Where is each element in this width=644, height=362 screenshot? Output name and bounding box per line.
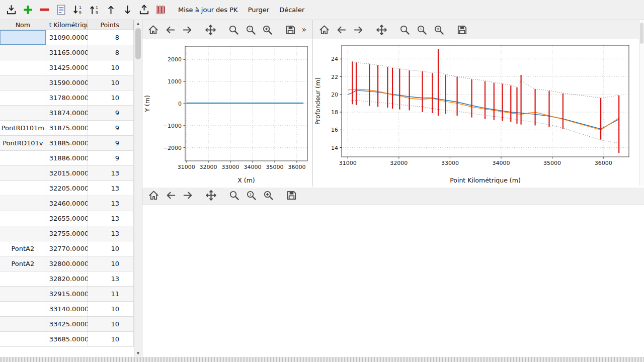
zoom-rect-button[interactable] (433, 23, 445, 37)
cell-points[interactable]: 13 (88, 196, 134, 211)
cell-points[interactable]: 13 (88, 226, 134, 241)
cell-nom[interactable]: PontA2 (0, 241, 46, 256)
column-header[interactable]: t Kilométrique (46, 20, 89, 30)
pan-button[interactable] (205, 23, 217, 37)
cell-nom[interactable] (0, 211, 46, 226)
cell-pk[interactable]: 32205.0000 (46, 181, 89, 196)
cell-points[interactable]: 11 (88, 287, 134, 302)
cell-pk[interactable]: 33685.0000 (46, 332, 89, 347)
cell-nom[interactable] (0, 226, 46, 241)
save-button[interactable] (285, 23, 297, 37)
table-row[interactable]: 32205.000013 (0, 181, 134, 196)
cell-pk[interactable]: 31425.0000 (46, 60, 89, 75)
table-row[interactable]: 31590.000010 (0, 75, 134, 90)
cell-nom[interactable] (0, 90, 46, 106)
cell-pk[interactable]: 31780.0000 (46, 90, 89, 106)
table-row[interactable]: 31425.000010 (0, 60, 134, 75)
cell-nom[interactable] (0, 106, 46, 121)
table-row[interactable]: 32755.000013 (0, 226, 134, 241)
scroll-up-button[interactable]: ▲ (134, 20, 142, 27)
cell-points[interactable]: 8 (88, 30, 134, 45)
table-row[interactable]: 32820.000013 (0, 272, 134, 287)
pan-button[interactable] (205, 189, 217, 203)
cell-points[interactable]: 9 (88, 151, 134, 166)
profiles-button[interactable] (152, 2, 169, 18)
scrollbar-track[interactable] (134, 27, 142, 350)
sort-descending-button[interactable]: 19 (69, 2, 86, 18)
scroll-down-button[interactable]: ▼ (134, 350, 142, 357)
cell-pk[interactable]: 31886.0000 (46, 151, 89, 166)
zoom-one-button[interactable]: 1 (245, 189, 257, 203)
zoom-one-button[interactable]: 1 (245, 23, 257, 37)
cell-nom[interactable] (0, 30, 46, 45)
decaler-button[interactable]: Décaler (274, 4, 309, 16)
table-row[interactable]: 32015.000013 (0, 166, 134, 181)
xy-plot-canvas[interactable]: 310003200033000340003500036000−2000−1000… (142, 39, 312, 186)
cell-pk[interactable]: 31874.0000 (46, 106, 89, 121)
cell-pk[interactable]: 32460.0000 (46, 196, 89, 211)
cell-pk[interactable]: 33425.0000 (46, 317, 89, 332)
plots-scrollbar-thumb[interactable] (640, 23, 643, 44)
zoom-rect-button[interactable] (262, 189, 274, 203)
column-header[interactable]: Nom (0, 20, 46, 30)
save-button[interactable] (456, 23, 468, 37)
cell-points[interactable]: 10 (88, 256, 134, 272)
table-row[interactable]: 31886.00009 (0, 151, 134, 166)
toolbar-overflow-chevron[interactable]: » (302, 25, 307, 34)
table-row[interactable]: 31165.00008 (0, 45, 134, 60)
table-scrollbar[interactable]: ▲ ▼ (134, 20, 142, 357)
cell-points[interactable]: 9 (88, 106, 134, 121)
cell-pk[interactable]: 31885.0000 (46, 136, 89, 151)
cell-pk[interactable]: 32820.0000 (46, 272, 89, 287)
cell-nom[interactable] (0, 317, 46, 332)
cell-points[interactable]: 13 (88, 211, 134, 226)
zoom-one-button[interactable]: 1 (416, 23, 428, 37)
cell-pk[interactable]: 32015.0000 (46, 166, 89, 181)
cell-points[interactable]: 10 (88, 60, 134, 75)
cell-pk[interactable]: 32755.0000 (46, 226, 89, 241)
table-row[interactable]: PontA232800.000010 (0, 256, 134, 272)
cell-points[interactable]: 9 (88, 136, 134, 151)
edit-list-button[interactable] (53, 2, 69, 18)
cell-nom[interactable] (0, 60, 46, 75)
table-row[interactable]: PontRD101v31885.00009 (0, 136, 134, 151)
cell-points[interactable]: 10 (88, 302, 134, 317)
cell-nom[interactable]: PontRD101v (0, 136, 46, 151)
cell-nom[interactable] (0, 45, 46, 60)
cell-nom[interactable]: PontA2 (0, 256, 46, 272)
cell-points[interactable]: 13 (88, 272, 134, 287)
cell-pk[interactable]: 32800.0000 (46, 256, 89, 272)
cell-nom[interactable] (0, 166, 46, 181)
cell-points[interactable]: 10 (88, 241, 134, 256)
purger-button[interactable]: Purger (243, 4, 275, 16)
back-button[interactable] (165, 189, 177, 203)
cell-pk[interactable]: 32655.0000 (46, 211, 89, 226)
table-row[interactable]: PontRD101m31875.00009 (0, 121, 134, 136)
table-row[interactable]: 33425.000010 (0, 317, 134, 332)
scrollbar-thumb[interactable] (135, 28, 141, 59)
table-row[interactable]: PontA232770.000010 (0, 241, 134, 256)
forward-button[interactable] (182, 23, 194, 37)
cell-nom[interactable] (0, 196, 46, 211)
export-button[interactable] (136, 2, 152, 18)
cell-nom[interactable]: PontRD101m (0, 121, 46, 136)
zoom-button[interactable] (228, 189, 240, 203)
table-row[interactable]: 31090.00008 (0, 30, 134, 45)
move-down-button[interactable] (119, 2, 136, 18)
forward-button[interactable] (182, 189, 194, 203)
home-button[interactable] (147, 23, 159, 37)
table-row[interactable]: 31780.000010 (0, 90, 134, 106)
table-row[interactable]: 32655.000013 (0, 211, 134, 226)
cell-points[interactable]: 13 (88, 181, 134, 196)
table-row[interactable]: 32460.000013 (0, 196, 134, 211)
cell-pk[interactable]: 33140.0000 (46, 302, 89, 317)
home-button[interactable] (147, 189, 159, 203)
cell-pk[interactable]: 31090.0000 (46, 30, 89, 45)
cell-nom[interactable] (0, 287, 46, 302)
forward-button[interactable] (352, 23, 364, 37)
cell-points[interactable]: 9 (88, 121, 134, 136)
table-row[interactable]: 31874.00009 (0, 106, 134, 121)
cell-nom[interactable] (0, 75, 46, 90)
cell-pk[interactable]: 32915.0000 (46, 287, 89, 302)
cell-pk[interactable]: 31165.0000 (46, 45, 89, 60)
